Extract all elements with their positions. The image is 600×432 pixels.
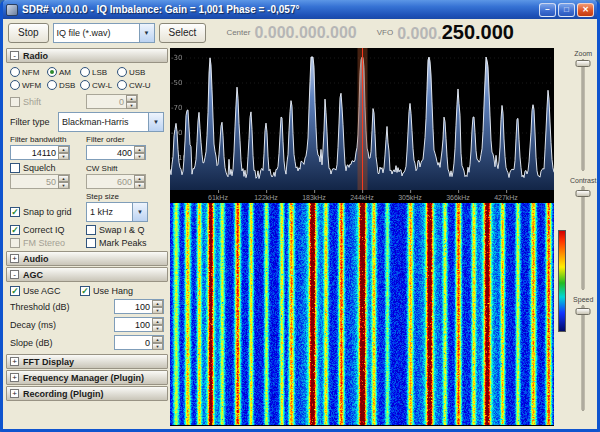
spinner-buttons[interactable]: ▲▼ <box>134 175 145 188</box>
mode-label: CW-L <box>92 81 112 90</box>
filter-bandwidth-label: Filter bandwidth <box>10 135 86 144</box>
radio-button-icon <box>47 80 57 90</box>
source-select[interactable]: IQ file (*.wav) ▼ <box>53 23 155 43</box>
mode-label: NFM <box>22 68 39 77</box>
expand-icon[interactable]: + <box>10 373 19 382</box>
expand-icon[interactable]: + <box>10 357 19 366</box>
step-size-select[interactable]: 1 kHz ▼ <box>86 202 148 222</box>
use-hang-checkbox[interactable]: Use Hang <box>80 286 133 296</box>
select-button[interactable]: Select <box>159 23 207 43</box>
display-area: 61kHz122kHz183kHz244kHz305kHz366kHz427kH… <box>170 48 554 426</box>
agc-panel-body: Use AGC Use Hang Threshold (dB) 100 ▲▼ D <box>6 283 168 353</box>
collapse-icon[interactable]: - <box>10 51 19 60</box>
right-controls: Zoom Contrast Speed <box>570 48 596 426</box>
correct-iq-checkbox[interactable]: Correct IQ <box>10 225 86 235</box>
panel-header-recording[interactable]: + Recording (Plugin) <box>6 386 168 401</box>
slider-track <box>582 305 585 411</box>
vfo-label: VFO <box>377 28 393 37</box>
slope-input[interactable]: 0 ▲▼ <box>114 335 164 350</box>
checkbox-box-icon <box>10 286 20 296</box>
freq-tick-label: 305kHz <box>398 194 422 201</box>
spin-up-icon: ▲ <box>134 146 145 153</box>
squelch-checkbox[interactable]: Squelch <box>10 163 86 173</box>
maximize-button[interactable]: □ <box>558 3 575 17</box>
cw-shift-input[interactable]: 600 ▲▼ <box>86 174 146 189</box>
slider-track <box>582 186 585 290</box>
center-frequency-display[interactable]: 0.000.000.000 <box>254 23 356 42</box>
spin-up-icon: ▲ <box>58 175 69 182</box>
filter-type-select[interactable]: Blackman-Harris ▼ <box>58 112 164 132</box>
squelch-input[interactable]: 50 ▲▼ <box>10 174 70 189</box>
mode-label: WFM <box>22 81 41 90</box>
slope-label: Slope (dB) <box>10 338 114 348</box>
filter-bandwidth-input[interactable]: 14110 ▲▼ <box>10 145 70 160</box>
waterfall-display[interactable] <box>170 203 554 425</box>
spinner-buttons[interactable]: ▲▼ <box>126 95 137 108</box>
mode-nfm[interactable]: NFM <box>10 67 47 77</box>
mode-dsb[interactable]: DSB <box>47 80 80 90</box>
contrast-slider[interactable] <box>574 186 592 290</box>
decay-input[interactable]: 100 ▲▼ <box>114 317 164 332</box>
use-agc-checkbox[interactable]: Use AGC <box>10 286 80 296</box>
vfo-frequency-display[interactable]: 0.000.250.000 <box>397 21 514 44</box>
zoom-slider[interactable] <box>574 59 592 171</box>
chevron-down-icon: ▼ <box>139 24 154 42</box>
stop-button[interactable]: Stop <box>8 23 49 43</box>
spin-up-icon: ▲ <box>152 300 163 307</box>
spectrum-analyzer[interactable] <box>170 48 554 190</box>
shift-checkbox[interactable]: Shift <box>10 97 86 107</box>
snap-to-grid-checkbox[interactable]: Snap to grid <box>10 207 86 217</box>
expand-icon[interactable]: + <box>10 254 19 263</box>
window-title: SDR# v0.0.0.0 - IQ Imbalance: Gain = 1,0… <box>22 4 535 15</box>
spin-up-icon: ▲ <box>152 318 163 325</box>
slider-thumb[interactable] <box>576 60 591 67</box>
radio-button-icon <box>10 80 20 90</box>
mode-label: AM <box>59 68 71 77</box>
contrast-label: Contrast <box>570 177 596 184</box>
mode-cwu[interactable]: CW-U <box>117 80 153 90</box>
freq-tick-label: 427kHz <box>494 194 518 201</box>
freq-tick-label: 61kHz <box>208 194 228 201</box>
filter-order-input[interactable]: 400 ▲▼ <box>86 145 146 160</box>
panel-header-audio[interactable]: + Audio <box>6 251 168 266</box>
spinner-buttons[interactable]: ▲▼ <box>152 336 163 349</box>
window-buttons: − □ ✕ <box>539 3 594 17</box>
spinner-buttons[interactable]: ▲▼ <box>58 146 69 159</box>
mark-peaks-checkbox[interactable]: Mark Peaks <box>86 238 147 248</box>
spinner-buttons[interactable]: ▲▼ <box>152 318 163 331</box>
minimize-button[interactable]: − <box>539 3 556 17</box>
mode-am[interactable]: AM <box>47 67 80 77</box>
slider-thumb[interactable] <box>576 190 591 197</box>
mode-cwl[interactable]: CW-L <box>80 80 117 90</box>
mode-lsb[interactable]: LSB <box>80 67 117 77</box>
expand-icon[interactable]: + <box>10 389 19 398</box>
chevron-down-icon: ▼ <box>148 113 163 131</box>
panel-header-frequency-manager[interactable]: + Frequency Manager (Plugin) <box>6 370 168 385</box>
radio-button-icon <box>47 67 57 77</box>
zoom-label: Zoom <box>574 50 592 57</box>
frequency-axis: 61kHz122kHz183kHz244kHz305kHz366kHz427kH… <box>170 190 554 203</box>
mode-wfm[interactable]: WFM <box>10 80 47 90</box>
panel-header-radio[interactable]: - Radio <box>6 48 168 63</box>
speed-slider[interactable] <box>574 305 592 411</box>
spinner-buttons[interactable]: ▲▼ <box>152 300 163 313</box>
spin-down-icon: ▼ <box>152 343 163 350</box>
swap-iq-checkbox[interactable]: Swap I & Q <box>86 225 145 235</box>
shift-input[interactable]: 0 ▲▼ <box>86 94 138 109</box>
spin-down-icon: ▼ <box>152 307 163 314</box>
close-button[interactable]: ✕ <box>577 3 594 17</box>
panel-header-fft-display[interactable]: + FFT Display <box>6 354 168 369</box>
spinner-buttons[interactable]: ▲▼ <box>134 146 145 159</box>
spinner-buttons[interactable]: ▲▼ <box>58 175 69 188</box>
mode-usb[interactable]: USB <box>117 67 153 77</box>
filter-type-label: Filter type <box>10 117 58 127</box>
title-bar[interactable]: SDR# v0.0.0.0 - IQ Imbalance: Gain = 1,0… <box>3 0 597 19</box>
threshold-input[interactable]: 100 ▲▼ <box>114 299 164 314</box>
collapse-icon[interactable]: - <box>10 270 19 279</box>
slider-track <box>582 59 585 171</box>
chevron-down-icon: ▼ <box>132 203 147 221</box>
slider-thumb[interactable] <box>576 308 591 315</box>
checkbox-box-icon <box>80 286 90 296</box>
fm-stereo-checkbox[interactable]: FM Stereo <box>10 238 86 248</box>
panel-header-agc[interactable]: - AGC <box>6 267 168 282</box>
